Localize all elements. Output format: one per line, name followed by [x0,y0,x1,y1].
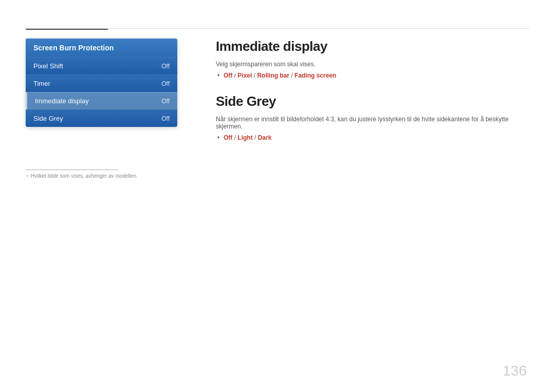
separator-line [26,28,529,29]
option-separator: / [253,134,258,141]
option-separator: / [232,72,237,79]
option-highlight: Pixel [237,72,252,79]
footnote: ─ Hvilket bilde som vises, avhenger av m… [26,170,177,179]
footnote-divider [26,170,118,170]
option-highlight: Off [224,72,232,79]
right-panel: Immediate displayVelg skjermspareren som… [216,39,529,156]
menu-header: Screen Burn Protection [26,39,177,57]
option-highlight: Off [224,134,232,141]
page-container: Screen Burn Protection Pixel ShiftOffTim… [0,0,555,392]
section-side-grey: Side GreyNår skjermen er innstilt til bi… [216,94,529,141]
menu-item-label: Pixel Shift [33,62,63,70]
section-immediate-display: Immediate displayVelg skjermspareren som… [216,39,529,79]
page-number: 136 [503,363,527,379]
left-panel: Screen Burn Protection Pixel ShiftOffTim… [26,39,177,127]
option-highlight: Dark [258,134,272,141]
bullet-item-immediate-display: Off / Pixel / Rolling bar / Fading scree… [224,72,529,79]
section-title-side-grey: Side Grey [216,94,529,109]
option-separator: / [289,72,294,79]
section-desc-side-grey: Når skjermen er innstilt til bildeforhol… [216,116,529,130]
option-highlight: Rolling bar [257,72,289,79]
option-separator: / [252,72,257,79]
option-separator: / [232,134,237,141]
menu-item-side-grey[interactable]: Side GreyOff [26,109,177,127]
section-desc-immediate-display: Velg skjermspareren som skal vises. [216,61,529,68]
menu-container: Screen Burn Protection Pixel ShiftOffTim… [26,39,177,127]
option-highlight: Light [237,134,252,141]
menu-item-label: Side Grey [33,115,63,122]
section-title-immediate-display: Immediate display [216,39,529,54]
menu-item-label: Immediate display [35,97,89,105]
menu-item-value: Off [161,115,170,122]
menu-item-value: Off [161,80,170,87]
footnote-text: ─ Hvilket bilde som vises, avhenger av m… [26,173,177,179]
menu-item-immediate-display[interactable]: Immediate displayOff [26,92,177,109]
menu-item-value: Off [161,63,170,70]
menu-item-timer[interactable]: TimerOff [26,74,177,92]
bullet-list-side-grey: Off / Light / Dark [216,134,529,141]
option-highlight: Fading screen [294,72,336,79]
bullet-list-immediate-display: Off / Pixel / Rolling bar / Fading scree… [216,72,529,79]
bullet-item-side-grey: Off / Light / Dark [224,134,529,141]
menu-item-pixel-shift[interactable]: Pixel ShiftOff [26,57,177,74]
menu-item-value: Off [161,98,170,105]
menu-title: Screen Burn Protection [33,44,114,52]
menu-item-label: Timer [33,80,50,87]
